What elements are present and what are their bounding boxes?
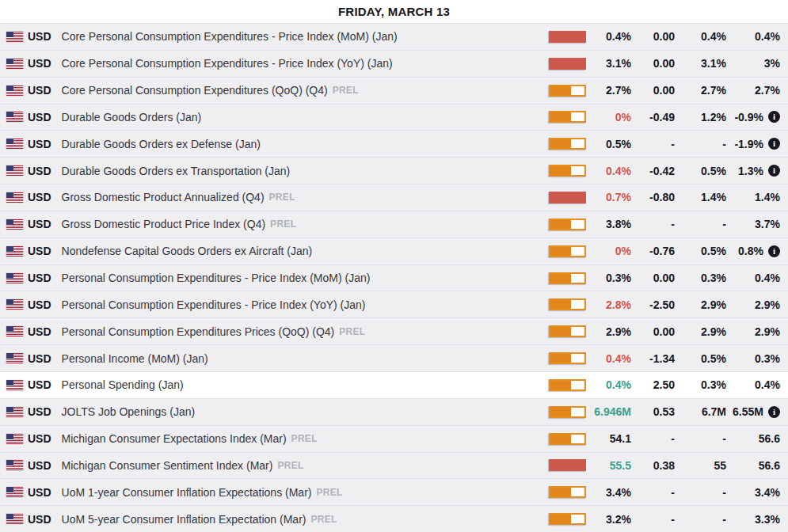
event-name: Personal Consumption Expenditures - Pric…	[62, 298, 366, 311]
table-row[interactable]: USD Durable Goods Orders ex Defense (Jan…	[0, 130, 788, 157]
consensus-value: 55	[675, 459, 726, 472]
us-flag-icon	[6, 434, 23, 444]
us-flag-icon	[6, 353, 23, 363]
volatility-indicator-icon	[549, 433, 586, 445]
previous-value: 56.6	[759, 432, 780, 445]
table-row[interactable]: USD Durable Goods Orders ex Transportati…	[0, 157, 788, 184]
table-row[interactable]: USD Nondefense Capital Goods Orders ex A…	[0, 238, 788, 264]
volatility-indicator-icon	[549, 85, 586, 97]
previous-value: 3.3%	[755, 513, 780, 526]
table-row[interactable]: USD Personal Consumption Expenditures - …	[0, 291, 788, 317]
deviation-value: -	[631, 432, 675, 445]
us-flag-icon	[6, 273, 23, 283]
info-icon[interactable]: i	[768, 245, 780, 257]
consensus-value: 1.4%	[675, 191, 726, 203]
previous-value: 6.55M	[733, 405, 763, 418]
table-row[interactable]: USD Personal Income (MoM) (Jan) 0.4% -1.…	[0, 344, 788, 371]
table-row[interactable]: USD Personal Consumption Expenditures - …	[0, 264, 788, 291]
row-values: 2.9% 0.00 2.9% 2.9%	[549, 325, 780, 338]
info-icon[interactable]: i	[768, 165, 780, 177]
deviation-value: -0.42	[631, 165, 675, 177]
info-icon[interactable]: i	[768, 406, 780, 418]
deviation-value: -0.76	[631, 245, 675, 257]
previous-value: 3%	[764, 57, 780, 70]
us-flag-icon	[6, 514, 23, 524]
volatility-indicator-icon	[549, 138, 586, 150]
actual-value: 2.7%	[586, 84, 631, 97]
table-row[interactable]: USD Personal Consumption Expenditures Pr…	[0, 317, 788, 344]
prel-badge: PREL	[269, 192, 295, 203]
table-row[interactable]: USD Durable Goods Orders (Jan) 0% -0.49 …	[0, 104, 788, 131]
consensus-value: 2.9%	[675, 298, 726, 311]
actual-value: 55.5	[586, 459, 631, 472]
actual-value: 0.4%	[586, 378, 631, 391]
previous-value: 56.6	[759, 459, 780, 472]
consensus-value: 3.1%	[675, 57, 726, 70]
table-row[interactable]: USD Core Personal Consumption Expenditur…	[0, 77, 788, 104]
event-name: UoM 1-year Consumer Inflation Expectatio…	[62, 486, 312, 499]
table-row[interactable]: USD Michigan Consumer Sentiment Index (M…	[0, 452, 788, 479]
consensus-value: 0.4%	[675, 30, 726, 43]
info-icon[interactable]: i	[768, 111, 780, 123]
us-flag-icon	[6, 326, 23, 336]
row-values: 0.4% 0.00 0.4% 0.4%	[549, 30, 780, 43]
deviation-value: -	[631, 486, 675, 499]
prel-badge: PREL	[291, 433, 318, 444]
previous-value: 1.4%	[755, 191, 780, 203]
event-rows: USD Core Personal Consumption Expenditur…	[0, 23, 788, 532]
row-values: 2.8% -2.50 2.9% 2.9%	[549, 298, 780, 311]
table-row[interactable]: USD Michigan Consumer Expectations Index…	[0, 425, 788, 452]
table-row[interactable]: USD Gross Domestic Product Price Index (…	[0, 211, 788, 238]
actual-value: 0.4%	[586, 352, 631, 365]
prel-badge: PREL	[270, 218, 296, 230]
deviation-value: -1.34	[631, 352, 675, 365]
table-row[interactable]: USD JOLTS Job Openings (Jan) 6.946M 0.53…	[0, 398, 788, 425]
row-values: 0.3% 0.00 0.3% 0.4%	[549, 272, 780, 284]
table-row[interactable]: USD Core Personal Consumption Expenditur…	[0, 50, 788, 77]
volatility-indicator-icon	[549, 272, 586, 284]
volatility-indicator-icon	[549, 218, 586, 230]
event-name: Gross Domestic Product Price Index (Q4)	[62, 218, 266, 230]
previous-value: 2.9%	[755, 298, 780, 311]
us-flag-icon	[6, 380, 23, 390]
actual-value: 3.2%	[586, 513, 631, 526]
currency-label: USD	[28, 57, 51, 70]
us-flag-icon	[6, 86, 23, 96]
previous-value: 3.4%	[755, 486, 780, 499]
consensus-value: 0.3%	[675, 378, 726, 391]
table-row[interactable]: USD UoM 1-year Consumer Inflation Expect…	[0, 478, 788, 505]
prel-badge: PREL	[316, 487, 342, 498]
deviation-value: 0.00	[631, 84, 675, 97]
currency-label: USD	[28, 405, 51, 418]
table-row[interactable]: USD UoM 5-year Consumer Inflation Expect…	[0, 505, 788, 532]
actual-value: 6.946M	[586, 405, 631, 418]
previous-value: 0.4%	[755, 30, 780, 43]
currency-label: USD	[28, 138, 51, 150]
prel-badge: PREL	[339, 326, 365, 337]
us-flag-icon	[6, 219, 23, 230]
currency-label: USD	[28, 191, 51, 203]
volatility-indicator-icon	[549, 459, 586, 471]
prel-badge: PREL	[310, 514, 337, 525]
currency-label: USD	[28, 218, 51, 230]
volatility-indicator-icon	[549, 379, 586, 391]
row-values: 55.5 0.38 55 56.6	[549, 459, 780, 472]
previous-value: 2.9%	[755, 325, 780, 338]
currency-label: USD	[28, 272, 51, 284]
deviation-value: -0.49	[631, 111, 675, 124]
row-values: 2.7% 0.00 2.7% 2.7%	[549, 84, 780, 97]
us-flag-icon	[6, 139, 23, 149]
volatility-indicator-icon	[549, 406, 586, 418]
table-row[interactable]: USD Core Personal Consumption Expenditur…	[0, 23, 788, 50]
consensus-value: 0.5%	[675, 245, 726, 257]
volatility-indicator-icon	[549, 298, 586, 310]
info-icon[interactable]: i	[768, 138, 780, 150]
previous-value: -0.9%	[734, 111, 763, 124]
row-values: 3.4% - - 3.4%	[549, 486, 780, 499]
event-name: UoM 5-year Consumer Inflation Expectatio…	[62, 513, 306, 526]
actual-value: 0%	[586, 111, 631, 124]
event-name: Core Personal Consumption Expenditures (…	[62, 84, 328, 97]
us-flag-icon	[6, 246, 23, 256]
table-row[interactable]: USD Gross Domestic Product Annualized (Q…	[0, 184, 788, 211]
table-row[interactable]: USD Personal Spending (Jan) 0.4% 2.50 0.…	[0, 371, 788, 398]
